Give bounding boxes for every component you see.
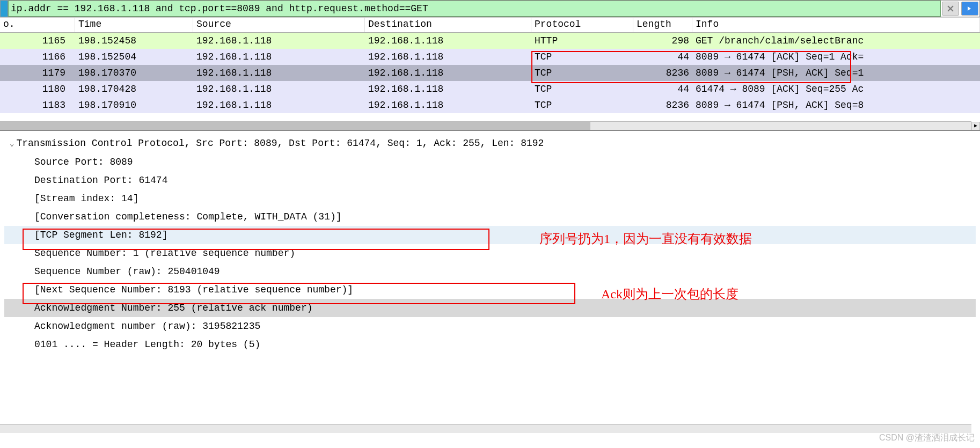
- annotation-text: 序列号扔为1，因为一直没有有效数据: [539, 230, 752, 247]
- packet-row[interactable]: 1180 198.170428 192.168.1.118 192.168.1.…: [0, 81, 980, 97]
- col-time[interactable]: Time: [75, 18, 193, 32]
- detail-sequence-number[interactable]: Sequence Number: 1 (relative sequence nu…: [4, 244, 976, 262]
- watermark-text: CSDN @渣渣洒泪成长记: [879, 432, 975, 444]
- packet-row[interactable]: 1166 198.152504 192.168.1.118 192.168.1.…: [0, 49, 980, 65]
- packet-list-pane: o. Time Source Destination Protocol Leng…: [0, 17, 980, 130]
- col-no[interactable]: o.: [0, 18, 75, 32]
- horizontal-scrollbar[interactable]: [0, 424, 971, 433]
- scrollbar-thumb[interactable]: [0, 122, 590, 130]
- col-info[interactable]: Info: [692, 18, 980, 32]
- detail-conversation[interactable]: [Conversation completeness: Complete, WI…: [4, 208, 976, 226]
- col-destination[interactable]: Destination: [365, 18, 531, 32]
- detail-acknowledgment[interactable]: Acknowledgment Number: 255 (relative ack…: [4, 299, 976, 317]
- filter-marker-icon: [1, 1, 8, 17]
- display-filter-input[interactable]: [8, 1, 941, 17]
- packet-rows: 1165 198.152458 192.168.1.118 192.168.1.…: [0, 33, 980, 113]
- detail-ack-raw[interactable]: Acknowledgment number (raw): 3195821235: [4, 317, 976, 335]
- col-length[interactable]: Length: [633, 18, 692, 32]
- clear-filter-button[interactable]: [942, 2, 959, 16]
- detail-tcp-segment-len[interactable]: [TCP Segment Len: 8192]: [4, 226, 976, 244]
- packet-detail-pane: Transmission Control Protocol, Src Port:…: [0, 130, 980, 361]
- packet-row-selected[interactable]: 1179 198.170370 192.168.1.118 192.168.1.…: [0, 65, 980, 81]
- col-source[interactable]: Source: [193, 18, 365, 32]
- apply-filter-button[interactable]: [961, 2, 978, 16]
- filter-bar: [0, 0, 980, 17]
- detail-sequence-raw[interactable]: Sequence Number (raw): 250401049: [4, 262, 976, 281]
- col-protocol[interactable]: Protocol: [531, 18, 633, 32]
- detail-dst-port[interactable]: Destination Port: 61474: [4, 171, 976, 189]
- detail-src-port[interactable]: Source Port: 8089: [4, 153, 976, 171]
- annotation-text: Ack则为上一次包的长度: [601, 285, 738, 303]
- detail-stream-index[interactable]: [Stream index: 14]: [4, 189, 976, 208]
- packet-row[interactable]: 1183 198.170910 192.168.1.118 192.168.1.…: [0, 97, 980, 113]
- detail-tcp-header[interactable]: Transmission Control Protocol, Src Port:…: [4, 134, 976, 153]
- packet-list-header: o. Time Source Destination Protocol Leng…: [0, 18, 980, 33]
- packet-row[interactable]: 1165 198.152458 192.168.1.118 192.168.1.…: [0, 33, 980, 49]
- detail-next-sequence[interactable]: [Next Sequence Number: 8193 (relative se…: [4, 281, 976, 299]
- detail-header-length[interactable]: 0101 .... = Header Length: 20 bytes (5): [4, 335, 976, 354]
- horizontal-scrollbar[interactable]: ▶: [0, 121, 971, 130]
- scroll-right-icon[interactable]: ▶: [971, 122, 980, 130]
